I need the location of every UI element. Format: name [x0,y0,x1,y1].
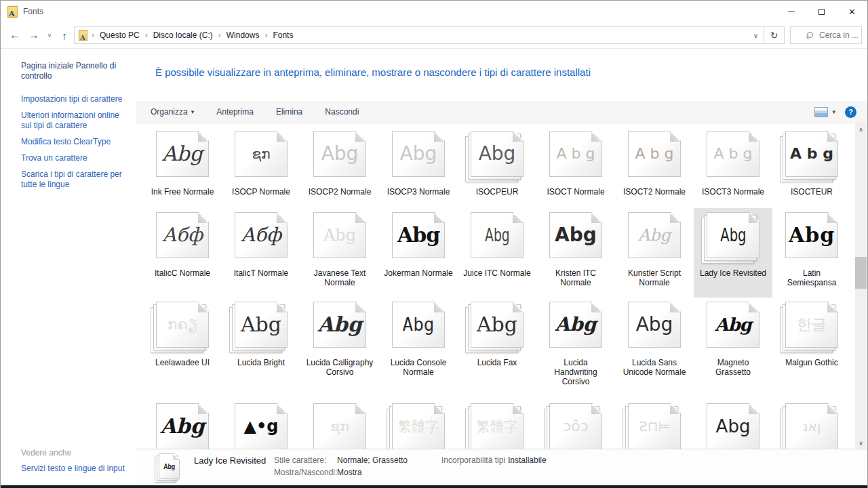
font-tile-isoct3-normale[interactable]: A b gISOCT3 Normale [694,127,772,208]
page-fold [434,302,444,312]
font-tile-isocp2-normale[interactable]: AbgISOCP2 Normale [300,127,379,208]
font-tile-label: Lady Ice Revisited [700,268,766,278]
sidebar-item-pagina-iniziale-pannello-di-controllo[interactable]: Pagina iniziale Pannello di controllo [21,61,128,81]
font-file-icon: Abg [309,131,370,184]
font-file-icon: A b g [781,131,842,184]
font-tile-r4-c9[interactable]: ןאנ [772,399,851,449]
font-tile-label: Lucida Sans Unicode Normale [620,358,689,377]
font-tile-isocpeur[interactable]: AbgISOCPEUR [458,127,536,208]
sidebar-item-impostazioni-tipi-di-carattere[interactable]: Impostazioni tipi di carattere [21,94,128,104]
font-preview-glyph: Абф [162,226,203,245]
font-tile-label: Lucida Handwriting Corsivo [541,358,610,386]
toolbar-organizza-button[interactable]: Organizza▾ [151,107,194,117]
font-tile-label: ISOCP3 Normale [387,187,450,197]
font-file-icon: Abg [467,302,528,354]
font-tile-lucida-handwriting-corsivo[interactable]: AbgLucida Handwriting Corsivo [536,298,615,399]
font-tile-latin-semiespansa[interactable]: AbgLatin Semiespansa [772,208,851,298]
address-bar[interactable]: A ›Questo PC›Disco locale (C:)›Windows›F… [74,26,764,44]
minimize-icon [788,12,795,12]
font-tile-lady-ice-revisited[interactable]: AbgLady Ice Revisited [694,208,772,298]
font-tile-leelawadee-ui[interactable]: ກຄຽLeelawadee UI [143,298,222,399]
font-tile-javanese-text-normale[interactable]: AbgJavanese Text Normale [300,208,379,298]
font-tile-isoct-normale[interactable]: A b gISOCT Normale [536,127,615,208]
font-tile-lucida-calligraphy-corsivo[interactable]: AbgLucida Calligraphy Corsivo [300,298,379,399]
see-also-link[interactable]: Servizi testo e lingue di input [21,464,125,473]
font-preview-glyph: Abg [160,416,204,436]
font-tile-juice-itc-normale[interactable]: AbgJuice ITC Normale [458,208,536,298]
grid-scrollbar[interactable]: ∧ ∨ [855,123,867,449]
page-fold [355,404,366,414]
font-tile-isocteur[interactable]: A b gISOCTEUR [772,127,851,208]
nav-bar: ← → ∨ ↑ A ›Questo PC›Disco locale (C:)›W… [1,22,867,49]
font-tile-r4-c6[interactable]: ɔôɔ [536,399,615,449]
toolbar-anteprima-button[interactable]: Anteprima [216,107,254,117]
recent-locations-button[interactable]: ∨ [43,26,56,44]
font-tile-label: Lucida Bright [237,358,285,367]
page-fold [591,131,601,142]
forward-button[interactable]: → [25,26,43,44]
font-tile-label: ISOCP2 Normale [309,187,372,197]
font-file-icon: Abg [309,302,370,354]
back-button[interactable]: ← [6,26,24,44]
font-tile-kunstler-script-normale[interactable]: AbgKunstler Script Normale [615,208,694,298]
font-file-icon: ▲•g [231,403,292,449]
font-tile-magneto-grassetto[interactable]: AbgMagneto Grassetto [694,298,772,399]
font-tile-r4-c2[interactable]: ▲•g [222,399,300,449]
font-tile-label: ISOCP Normale [232,187,290,197]
font-tile-isocp-normale[interactable]: ຊກISOCP Normale [222,127,300,208]
sidebar: Pagina iniziale Pannello di controlloImp… [1,49,136,485]
breadcrumb-item-fonts[interactable]: Fonts [271,30,294,40]
font-tile-r4-c7[interactable]: Ƨ⊓⊨ [615,399,694,449]
font-preview-glyph: A b g [557,146,595,161]
font-tile-label: Lucida Fax [477,358,517,367]
breadcrumb-item-questo-pc[interactable]: Questo PC [98,30,141,40]
font-tile-lucida-bright[interactable]: AbgLucida Bright [222,298,300,399]
font-tile-jokerman-normale[interactable]: AbgJokerman Normale [379,208,458,298]
font-tile-r4-c8[interactable]: Abg [694,399,772,449]
font-tile-r4-c3[interactable]: ຊກ [300,399,379,449]
maximize-button[interactable] [806,1,837,22]
refresh-button[interactable]: ↻ [764,26,785,44]
scroll-up-button[interactable]: ∧ [855,123,867,135]
breadcrumb-separator: › [92,30,94,40]
font-tile-ink-free-normale[interactable]: AbgInk Free Normale [143,127,222,208]
scroll-thumb[interactable] [855,257,867,289]
close-button[interactable]: ✕ [837,1,867,22]
font-tile-label: Leelawadee UI [155,358,210,367]
breadcrumb-item-windows[interactable]: Windows [225,30,261,40]
scroll-down-button[interactable]: ∨ [855,437,867,449]
font-tile-isoct2-normale[interactable]: A b gISOCT2 Normale [615,127,694,208]
font-tile-r4-c4[interactable]: 繁體字 [379,399,458,449]
minimize-button[interactable] [776,1,806,22]
font-tile-isocp3-normale[interactable]: AbgISOCP3 Normale [379,127,458,208]
sidebar-item-ulteriori-informazioni-online-sui-tipi-di-carattere[interactable]: Ulteriori informazioni online sui tipi d… [21,110,128,131]
font-tile-italicc-normale[interactable]: АбфItalicC Normale [143,208,222,298]
font-preview-glyph: ຊກ [252,147,270,161]
font-tile-lucida-fax[interactable]: AbgLucida Fax [458,298,536,399]
page-fold [198,213,208,223]
font-tile-kristen-itc-normale[interactable]: AbgKristen ITC Normale [536,208,615,298]
font-tile-r4-c5[interactable]: 繁體字 [458,399,536,449]
sidebar-item-scarica-i-tipi-di-carattere-per-tutte-le-lingue[interactable]: Scarica i tipi di carattere per tutte le… [21,169,128,190]
page-fold [827,213,837,223]
font-tile-lucida-sans-unicode-normale[interactable]: AbgLucida Sans Unicode Normale [615,298,694,399]
sidebar-item-modifica-testo-cleartype[interactable]: Modifica testo ClearType [21,137,128,147]
font-tile-r4-c1[interactable]: Abg [143,399,222,449]
page-fold [670,131,680,142]
font-tile-label: ISOCPEUR [476,187,519,197]
font-tile-lucida-console-normale[interactable]: AbgLucida Console Normale [379,298,458,399]
address-dropdown-button[interactable]: ∨ [753,32,758,39]
toolbar-nascondi-button[interactable]: Nascondi [325,107,359,117]
toolbar-elimina-button[interactable]: Elimina [276,107,302,117]
help-button[interactable]: ? [845,106,856,118]
refresh-icon: ↻ [770,30,778,41]
sidebar-item-trova-un-carattere[interactable]: Trova un carattere [21,153,128,163]
font-tile-italict-normale[interactable]: АбфItalicT Normale [222,208,300,298]
search-box[interactable]: Cerca in ... [790,26,862,44]
view-mode-button[interactable]: ▾ [814,107,835,117]
breadcrumb-item-disco-locale-c[interactable]: Disco locale (C:) [152,30,214,40]
font-tile-malgun-gothic[interactable]: 한글Malgun Gothic [772,298,851,399]
font-file-icon: ຊກ [309,403,370,449]
page-fold [513,213,523,223]
up-button[interactable]: ↑ [56,26,73,44]
